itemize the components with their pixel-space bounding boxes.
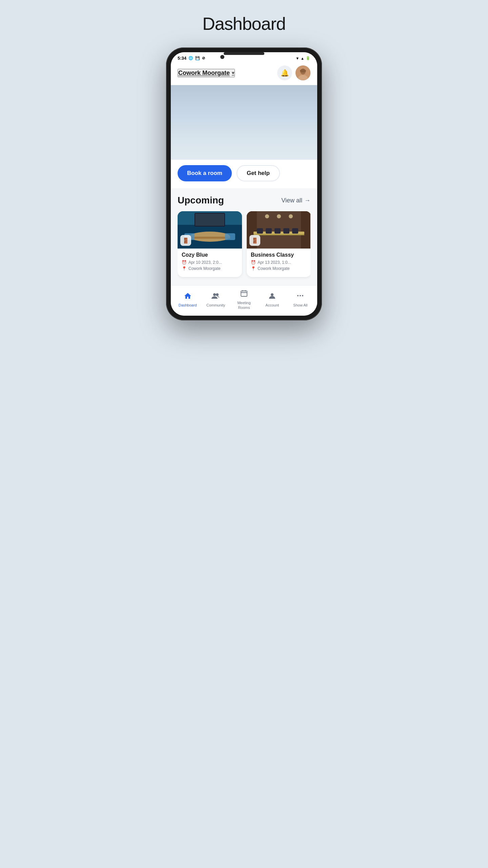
card-location: 📍 Cowork Moorgate (182, 266, 238, 271)
phone-frame: 5:34 🌐 💾 ⊘ ▼ ▲ 🔋 Cowork Moorgate ▾ 🔔 (166, 47, 322, 320)
hero-image (171, 85, 317, 160)
svg-point-81 (265, 214, 269, 218)
svg-rect-78 (274, 228, 281, 234)
header-icons: 🔔 (277, 65, 310, 80)
status-icon-globe: 🌐 (188, 56, 193, 60)
home-icon (184, 292, 192, 301)
card-info: Business Classy ⏰ Apr 13 2023, 1:0... 📍 … (247, 249, 310, 277)
action-buttons: Book a room Get help (171, 160, 317, 188)
view-all-button[interactable]: View all → (281, 197, 310, 204)
card-date-text: Apr 13 2023, 1:0... (258, 260, 291, 265)
svg-rect-75 (253, 234, 304, 235)
svg-rect-89 (241, 291, 247, 296)
clock-icon: ⏰ (182, 260, 187, 265)
battery-icon: 🔋 (306, 56, 310, 60)
card-image: 🚪 (178, 211, 242, 249)
notifications-button[interactable]: 🔔 (277, 65, 292, 80)
svg-point-3 (300, 69, 306, 73)
wifi-icon: ▼ (296, 56, 299, 60)
account-icon (268, 292, 276, 301)
status-time: 5:34 (178, 56, 186, 61)
section-header: Upcoming View all → (178, 195, 310, 206)
svg-point-93 (302, 295, 303, 296)
room-card[interactable]: 🚪 Business Classy ⏰ Apr 13 2023, 1:0... … (247, 211, 310, 277)
upcoming-title: Upcoming (178, 195, 224, 206)
app-header: Cowork Moorgate ▾ 🔔 (171, 63, 317, 85)
status-icon-block: ⊘ (202, 56, 205, 60)
svg-rect-68 (225, 233, 235, 240)
location-icon: 📍 (251, 266, 256, 271)
upcoming-section: Upcoming View all → (171, 188, 317, 285)
sky-background (171, 85, 317, 160)
book-room-button[interactable]: Book a room (178, 165, 232, 181)
nav-item-community[interactable]: Community (202, 292, 230, 308)
status-bar: 5:34 🌐 💾 ⊘ ▼ ▲ 🔋 (171, 52, 317, 63)
nav-label-meeting-rooms: Meeting Rooms (237, 300, 250, 310)
nav-item-dashboard[interactable]: Dashboard (174, 292, 202, 308)
hero-image-area (171, 85, 317, 160)
get-help-button[interactable]: Get help (237, 165, 280, 181)
location-selector[interactable]: Cowork Moorgate ▾ (178, 69, 235, 77)
card-date-text: Apr 10 2023, 2:0... (188, 260, 222, 265)
page-title: Dashboard (202, 14, 285, 34)
avatar-button[interactable] (296, 65, 310, 80)
svg-rect-80 (292, 228, 298, 234)
card-info: Cozy Blue ⏰ Apr 10 2023, 2:0... 📍 Cowork… (178, 249, 242, 277)
community-icon (211, 292, 220, 301)
nav-label-show-all: Show All (293, 303, 307, 308)
clock-icon: ⏰ (251, 260, 256, 265)
cards-scroll: 🚪 Cozy Blue ⏰ Apr 10 2023, 2:0... 📍 Cowo… (178, 211, 310, 280)
bell-icon: 🔔 (281, 69, 289, 77)
phone-screen: 5:34 🌐 💾 ⊘ ▼ ▲ 🔋 Cowork Moorgate ▾ 🔔 (171, 52, 317, 316)
location-icon: 📍 (182, 266, 187, 271)
room-card[interactable]: 🚪 Cozy Blue ⏰ Apr 10 2023, 2:0... 📍 Cowo… (178, 211, 242, 277)
bottom-nav: Dashboard Community (171, 285, 317, 316)
arrow-right-icon: → (304, 197, 310, 204)
card-date: ⏰ Apr 13 2023, 1:0... (251, 260, 307, 265)
svg-point-87 (213, 293, 216, 296)
location-name: Cowork Moorgate (178, 70, 230, 77)
svg-point-83 (289, 214, 293, 218)
building-scene (171, 85, 317, 160)
svg-rect-79 (283, 228, 289, 234)
nav-item-meeting-rooms[interactable]: Meeting Rooms (230, 290, 258, 310)
svg-rect-66 (189, 237, 230, 239)
status-icon-storage: 💾 (195, 56, 200, 60)
svg-rect-73 (301, 211, 310, 249)
card-image: 🚪 (247, 211, 310, 249)
signal-icon: ▲ (301, 56, 304, 60)
svg-rect-76 (257, 228, 263, 234)
status-left: 5:34 🌐 💾 ⊘ (178, 56, 205, 61)
svg-point-91 (297, 295, 299, 296)
svg-rect-70 (195, 214, 224, 226)
nav-label-account: Account (265, 303, 279, 308)
card-location: 📍 Cowork Moorgate (251, 266, 307, 271)
svg-point-90 (271, 293, 273, 296)
more-dots-icon (297, 292, 304, 301)
card-date: ⏰ Apr 10 2023, 2:0... (182, 260, 238, 265)
nav-item-account[interactable]: Account (258, 292, 286, 308)
card-location-text: Cowork Moorgate (258, 266, 290, 271)
svg-point-88 (216, 293, 219, 296)
nav-label-dashboard: Dashboard (179, 303, 197, 308)
avatar (296, 65, 310, 80)
chevron-down-icon: ▾ (232, 70, 234, 76)
svg-point-82 (277, 214, 281, 218)
card-name: Cozy Blue (182, 252, 238, 258)
status-right: ▼ ▲ 🔋 (296, 56, 310, 60)
svg-point-92 (300, 295, 301, 296)
room-icon-badge: 🚪 (249, 235, 260, 246)
camera-dot (220, 55, 224, 59)
calendar-icon (240, 290, 248, 299)
svg-rect-77 (266, 228, 272, 234)
card-location-text: Cowork Moorgate (188, 266, 221, 271)
view-all-label: View all (281, 197, 302, 204)
room-icon-badge: 🚪 (180, 235, 191, 246)
nav-label-community: Community (206, 303, 225, 308)
card-name: Business Classy (251, 252, 307, 258)
nav-item-show-all[interactable]: Show All (286, 292, 314, 308)
